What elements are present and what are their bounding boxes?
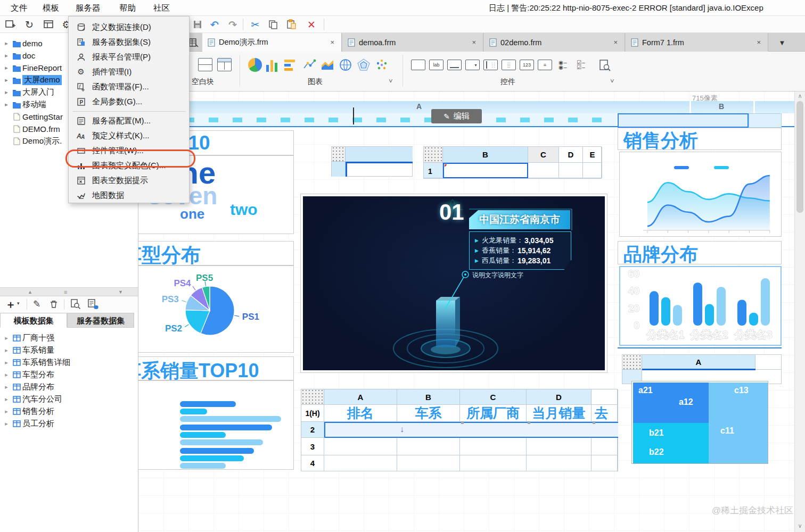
column-header[interactable]: C bbox=[528, 147, 559, 163]
menu-template[interactable]: 模板 bbox=[39, 0, 62, 16]
cell[interactable] bbox=[397, 438, 460, 455]
vertical-scrollbar[interactable]: ∧ ∨ bbox=[794, 92, 805, 532]
selected-cell[interactable] bbox=[346, 162, 413, 177]
scatter-chart-icon[interactable] bbox=[302, 58, 316, 72]
column-header[interactable] bbox=[755, 355, 782, 370]
menu-item-plugin-manager[interactable]: ⚙ 插件管理(I) bbox=[69, 64, 190, 79]
block-drag-handle[interactable] bbox=[332, 147, 346, 162]
selected-cell[interactable] bbox=[443, 163, 528, 178]
scroll-down-icon[interactable]: ∨ bbox=[795, 522, 805, 529]
cell[interactable] bbox=[592, 455, 618, 471]
cell[interactable] bbox=[559, 163, 583, 178]
table-header-cell[interactable]: 排名 bbox=[324, 405, 397, 422]
table-header-cell[interactable]: 当月销量 bbox=[527, 405, 592, 422]
textarea-widget-icon[interactable] bbox=[447, 60, 462, 70]
menu-help[interactable]: 帮助 bbox=[116, 0, 139, 16]
row-header[interactable]: 2 bbox=[301, 422, 324, 438]
delete-button[interactable]: ✕ bbox=[305, 18, 318, 31]
calendar-widget-icon[interactable]: :::::: bbox=[502, 60, 516, 70]
column-header[interactable] bbox=[592, 389, 618, 405]
tree-caret-icon[interactable]: ▸ bbox=[2, 347, 11, 354]
tree-caret-icon[interactable]: ▸ bbox=[2, 52, 11, 59]
tree-caret-icon[interactable]: ▸ bbox=[2, 359, 11, 366]
column-header[interactable]: E bbox=[583, 147, 602, 163]
scrollbar-thumb[interactable] bbox=[796, 101, 803, 213]
menu-item-function-manager[interactable]: f 函数管理器(F)... bbox=[69, 79, 190, 94]
cell[interactable] bbox=[460, 438, 527, 455]
cell[interactable] bbox=[527, 438, 592, 455]
report-block-small-2[interactable]: B C D E 1 bbox=[423, 146, 602, 179]
redo-button[interactable]: ↷ bbox=[226, 18, 240, 31]
splitter-handle-icon[interactable]: ≡ bbox=[64, 289, 67, 295]
checkbox-group-widget-icon[interactable]: ☑– ☑– bbox=[574, 60, 588, 70]
report-block-small-1[interactable] bbox=[331, 146, 413, 177]
resize-dot[interactable] bbox=[593, 421, 595, 424]
tab-close-icon[interactable]: × bbox=[328, 38, 336, 46]
table-header-cell[interactable]: 去年 bbox=[592, 405, 618, 422]
pie-panel-title[interactable]: 车型分布 bbox=[138, 241, 294, 265]
treemap-chart-widget[interactable]: a21 a12 b21 b22 c13 c11 bbox=[631, 381, 768, 464]
dataset-item-xiaoshoufenxi[interactable]: ▸销售分析 bbox=[0, 405, 138, 418]
cell[interactable] bbox=[397, 455, 460, 471]
column-header[interactable]: A bbox=[642, 355, 755, 370]
menu-item-server-dataset[interactable]: 服务器数据集(S) bbox=[69, 35, 190, 49]
tree-caret-icon[interactable]: ▸ bbox=[2, 335, 11, 342]
report-preview-widget-icon[interactable] bbox=[598, 59, 612, 73]
row-header[interactable]: 1 bbox=[424, 163, 443, 178]
add-dataset-caret-icon[interactable]: ▾ bbox=[17, 301, 20, 306]
row-header[interactable]: 3 bbox=[301, 438, 324, 455]
bar-chart-icon[interactable] bbox=[284, 58, 298, 72]
tab-template-dataset[interactable]: 模板数据集 bbox=[0, 313, 67, 328]
treemap-cell-a[interactable]: a21 a12 bbox=[633, 383, 709, 423]
number-widget-icon[interactable]: 123 bbox=[520, 60, 534, 70]
menu-item-server-config[interactable]: 服务器配置(M)... bbox=[69, 113, 190, 128]
menu-item-widget-manager[interactable]: 控件管理(W)... bbox=[69, 143, 190, 158]
menu-item-chart-predefined-color[interactable]: 图表预定义配色(C)... bbox=[69, 158, 190, 173]
undo-button[interactable]: ↶ bbox=[208, 18, 221, 31]
menu-item-platform-admin[interactable]: 报表平台管理(P) bbox=[69, 49, 190, 64]
menu-item-predefined-style[interactable]: AA 预定义样式(K)... bbox=[69, 128, 190, 143]
column-header[interactable]: B bbox=[397, 389, 460, 405]
dataset-config-button[interactable] bbox=[87, 299, 99, 310]
combobox-widget-icon[interactable]: ▾ bbox=[465, 60, 480, 70]
resize-dot[interactable] bbox=[461, 421, 464, 424]
dataset-item-yuangongfenxi[interactable]: ▸员工分析 bbox=[0, 418, 138, 430]
menu-item-map-data[interactable]: 地图数据 bbox=[69, 188, 190, 203]
map-dashboard-widget[interactable]: 01 中国江苏省南京市 ▶ 火龙果销量： 3,034,05 ▶ 香蕉销量： 15… bbox=[301, 194, 607, 372]
dataset-item-changshangshiqiang[interactable]: ▸厂商十强 bbox=[0, 332, 138, 344]
edit-body-button[interactable]: ✎ 编辑 bbox=[431, 109, 482, 123]
tab-list-dropdown[interactable]: ▼ bbox=[775, 36, 789, 49]
line-panel-title[interactable]: 销售分析 bbox=[618, 128, 782, 150]
pie-chart-widget[interactable]: PS1PS2PS3PS4PS5 bbox=[138, 265, 294, 353]
map-chart-icon[interactable] bbox=[339, 58, 352, 72]
tab-02demo[interactable]: 02demo.frm × bbox=[484, 33, 625, 52]
tree-caret-icon[interactable]: ▸ bbox=[2, 396, 11, 403]
chart-section-expand[interactable]: ˅ bbox=[389, 77, 393, 85]
block-drag-handle[interactable] bbox=[424, 147, 443, 163]
tree-caret-icon[interactable]: ▸ bbox=[2, 408, 11, 415]
column-chart-icon[interactable] bbox=[266, 58, 280, 72]
tree-caret-icon[interactable]: ▸ bbox=[2, 101, 11, 108]
dataset-item-chexingfenbu[interactable]: ▸车型分布 bbox=[0, 369, 138, 381]
log-status-text[interactable]: 日志 | 警告:20:25:22 http-nio-8075-exec-2 ER… bbox=[489, 0, 805, 16]
point-cloud-chart-icon[interactable] bbox=[375, 58, 389, 72]
hbar-panel-title[interactable]: 车系销量TOP10 bbox=[138, 356, 294, 380]
dataset-item-chexixiaoliang[interactable]: ▸车系销量 bbox=[0, 344, 138, 356]
report-design-canvas[interactable]: 715像素 A B ✎ 编辑 204像素 TOP10 ninesevenonet… bbox=[138, 92, 794, 532]
ranking-table-widget[interactable]: A B C D 1(H) 2 3 4 排名 车系 所属厂商 当月销量 去年 ↓ bbox=[301, 389, 618, 471]
copy-button[interactable] bbox=[266, 18, 280, 31]
block-drag-handle[interactable] bbox=[301, 389, 324, 405]
collapse-down-icon[interactable]: ▼ bbox=[118, 289, 123, 295]
column-header[interactable]: A bbox=[324, 389, 397, 405]
cell[interactable] bbox=[592, 438, 618, 455]
menu-item-global-parameter[interactable]: P 全局参数(G)... bbox=[69, 94, 190, 109]
tab-close-icon[interactable]: × bbox=[470, 38, 478, 46]
radar-chart-icon[interactable] bbox=[357, 58, 371, 72]
tree-caret-icon[interactable]: ▸ bbox=[2, 64, 11, 71]
panel-splitter[interactable]: ▲ ≡ ▼ bbox=[0, 287, 138, 296]
tab-close-icon[interactable]: × bbox=[755, 38, 762, 46]
area-chart-icon[interactable] bbox=[321, 58, 334, 72]
column-header[interactable]: C bbox=[460, 389, 527, 405]
tab-demo-yanshi[interactable]: Demo演示.frm × bbox=[202, 33, 342, 52]
blank-block-hsplit-button[interactable] bbox=[198, 58, 212, 71]
